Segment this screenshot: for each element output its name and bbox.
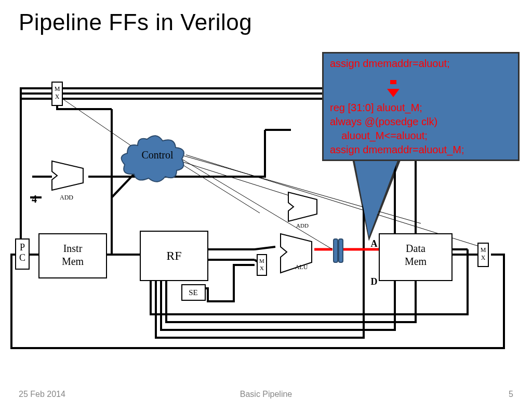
a-label: A	[371, 238, 378, 249]
footer-page: 5	[509, 390, 513, 399]
svg-rect-18	[339, 239, 343, 262]
code-l2: reg [31:0] aluout_M;	[330, 101, 512, 115]
slide-title: Pipeline FFs in Verilog	[0, 0, 532, 35]
svg-text:M: M	[481, 246, 486, 254]
code-l4: aluout_M<=aluout;	[330, 129, 512, 143]
control-cloud: Control	[122, 136, 184, 182]
svg-text:Mem: Mem	[405, 256, 427, 267]
add1-label: ADD	[60, 194, 73, 201]
svg-text:X: X	[481, 254, 486, 261]
se-label: SE	[189, 288, 198, 297]
rf-label: RF	[166, 249, 181, 262]
control-label: Control	[141, 149, 174, 161]
code-callout: assign dmemaddr=aluout; reg [31:0] aluou…	[322, 52, 520, 161]
svg-text:X: X	[55, 93, 60, 100]
add2-label: ADD	[296, 222, 309, 229]
code-l3: always @(posedge clk)	[330, 115, 512, 129]
footer-center: Basic Pipeline	[0, 390, 532, 399]
code-l1: assign dmemaddr=aluout;	[330, 57, 512, 71]
instr-mem-label: Instr	[63, 243, 83, 254]
svg-text:M: M	[55, 85, 60, 92]
pc-label: P	[20, 242, 25, 252]
svg-text:M: M	[259, 258, 264, 264]
d-label: D	[371, 276, 378, 287]
four-label: 4	[32, 193, 37, 205]
svg-rect-17	[334, 239, 338, 262]
svg-text:X: X	[260, 265, 264, 271]
svg-text:C: C	[19, 252, 25, 263]
data-mem-label: Data	[406, 243, 425, 254]
alu-label: ALU	[295, 263, 308, 271]
code-l5: assign dmemaddr=aluout_M;	[330, 143, 512, 157]
arrow-down-icon	[387, 89, 400, 97]
svg-text:Mem: Mem	[62, 256, 84, 267]
